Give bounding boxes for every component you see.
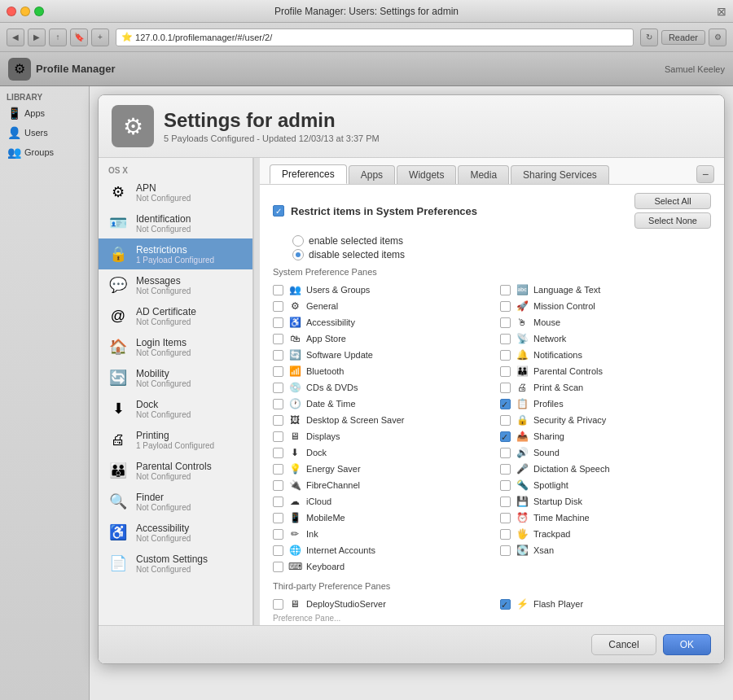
ink-checkbox[interactable] — [273, 529, 283, 540]
pref-mouse[interactable]: 🖱 Mouse — [500, 314, 711, 330]
pref-mobileme[interactable]: 📱 MobileMe — [273, 510, 484, 526]
security-privacy-checkbox[interactable] — [500, 415, 511, 426]
spotlight-checkbox[interactable] — [500, 480, 511, 491]
pref-trackpad[interactable]: 🖐 Trackpad — [500, 526, 711, 542]
nav-item-parental[interactable]: 👪 Parental Controls Not Configured — [99, 455, 252, 486]
time-machine-checkbox[interactable] — [500, 513, 511, 523]
resize-icon[interactable]: ⊠ — [717, 5, 726, 18]
pref-flash-player[interactable]: ✓ ⚡ Flash Player — [500, 596, 711, 612]
bluetooth-checkbox[interactable] — [273, 366, 283, 377]
nav-item-custom[interactable]: 📄 Custom Settings Not Configured — [99, 548, 252, 579]
pref-energy-saver[interactable]: 💡 Energy Saver — [273, 461, 484, 477]
parental-controls-checkbox[interactable] — [500, 366, 511, 377]
pref-software-update[interactable]: 🔄 Software Update — [273, 347, 484, 363]
pref-security-privacy[interactable]: 🔒 Security & Privacy — [500, 412, 711, 428]
dock-pane-checkbox[interactable] — [273, 448, 283, 458]
maximize-button[interactable] — [34, 7, 44, 16]
pref-deploystudio[interactable]: 🖥 DeployStudioServer — [273, 596, 484, 612]
mobileme-checkbox[interactable] — [273, 513, 283, 523]
deploystudio-checkbox[interactable] — [273, 599, 283, 610]
radio-enable[interactable]: enable selected items — [292, 235, 711, 247]
displays-checkbox[interactable] — [273, 431, 283, 442]
nav-item-restrictions[interactable]: 🔒 Restrictions 1 Payload Configured — [99, 238, 252, 269]
tab-apps[interactable]: Apps — [349, 165, 395, 184]
nav-item-mobility[interactable]: 🔄 Mobility Not Configured — [99, 362, 252, 393]
sidebar-item-apps[interactable]: 📱 Apps — [0, 103, 89, 123]
url-bar[interactable]: ⭐ 127.0.0.1/profilemanager/#/user/2/ — [116, 28, 634, 46]
pref-network[interactable]: 📡 Network — [500, 330, 711, 347]
left-nav-scrollbar[interactable] — [253, 158, 260, 625]
pref-parental-controls[interactable]: 👪 Parental Controls — [500, 363, 711, 379]
pref-dock[interactable]: ⬇ Dock — [273, 444, 484, 461]
pref-app-store[interactable]: 🛍 App Store — [273, 330, 484, 347]
trackpad-checkbox[interactable] — [500, 529, 511, 540]
pref-language-text[interactable]: 🔤 Language & Text — [500, 282, 711, 298]
tab-preferences[interactable]: Preferences — [270, 164, 347, 184]
cancel-button[interactable]: Cancel — [591, 634, 656, 655]
forward-button[interactable]: ▶ — [28, 28, 46, 46]
pref-desktop-ss[interactable]: 🖼 Desktop & Screen Saver — [273, 412, 484, 428]
tab-media[interactable]: Media — [458, 165, 509, 184]
minus-button[interactable]: − — [696, 165, 714, 183]
pref-displays[interactable]: 🖥 Displays — [273, 428, 484, 444]
pref-sharing[interactable]: ✓ 📤 Sharing — [500, 428, 711, 444]
nav-item-login[interactable]: 🏠 Login Items Not Configured — [99, 331, 252, 362]
sidebar-item-groups[interactable]: 👥 Groups — [0, 142, 89, 162]
profiles-checkbox[interactable]: ✓ — [500, 399, 511, 409]
nav-item-dock[interactable]: ⬇ Dock Not Configured — [99, 393, 252, 424]
pref-print-scan[interactable]: 🖨 Print & Scan — [500, 379, 711, 396]
software-update-checkbox[interactable] — [273, 350, 283, 361]
network-checkbox[interactable] — [500, 334, 511, 344]
pref-users-groups[interactable]: 👥 Users & Groups — [273, 282, 484, 298]
pref-fibrechannel[interactable]: 🔌 FibreChannel — [273, 477, 484, 493]
desktop-ss-checkbox[interactable] — [273, 415, 283, 426]
nav-item-printing[interactable]: 🖨 Printing 1 Payload Configured — [99, 424, 252, 455]
flash-player-checkbox[interactable]: ✓ — [500, 599, 511, 610]
pref-internet-accounts[interactable]: 🌐 Internet Accounts — [273, 542, 484, 558]
date-time-checkbox[interactable] — [273, 399, 283, 409]
fibrechannel-checkbox[interactable] — [273, 480, 283, 491]
share-button[interactable]: ↑ — [49, 28, 67, 46]
users-groups-checkbox[interactable] — [273, 285, 283, 295]
settings-button[interactable]: ⚙ — [709, 28, 726, 46]
icloud-checkbox[interactable] — [273, 497, 283, 507]
close-button[interactable] — [7, 7, 16, 16]
pref-time-machine[interactable]: ⏰ Time Machine — [500, 510, 711, 526]
pref-profiles[interactable]: ✓ 📋 Profiles — [500, 396, 711, 412]
xsan-checkbox[interactable] — [500, 545, 511, 556]
cds-dvds-checkbox[interactable] — [273, 383, 283, 393]
pref-date-time[interactable]: 🕐 Date & Time — [273, 396, 484, 412]
notifications-checkbox[interactable] — [500, 350, 511, 361]
select-none-button[interactable]: Select None — [634, 212, 711, 229]
ok-button[interactable]: OK — [663, 634, 711, 655]
app-store-checkbox[interactable] — [273, 334, 283, 344]
enable-radio[interactable] — [292, 235, 304, 247]
nav-item-accessibility[interactable]: ♿ Accessibility Not Configured — [99, 517, 252, 548]
general-checkbox[interactable] — [273, 301, 283, 312]
accessibility-checkbox[interactable] — [273, 317, 283, 328]
disable-radio[interactable] — [292, 249, 304, 260]
pref-mission-control[interactable]: 🚀 Mission Control — [500, 298, 711, 314]
tab-sharing-services[interactable]: Sharing Services — [511, 165, 609, 184]
dictation-speech-checkbox[interactable] — [500, 464, 511, 475]
keyboard-checkbox[interactable] — [273, 562, 283, 572]
pref-spotlight[interactable]: 🔦 Spotlight — [500, 477, 711, 493]
nav-item-apn[interactable]: ⚙ APN Not Configured — [99, 177, 252, 208]
energy-saver-checkbox[interactable] — [273, 464, 283, 475]
pref-startup-disk[interactable]: 💾 Startup Disk — [500, 493, 711, 510]
pref-bluetooth[interactable]: 📶 Bluetooth — [273, 363, 484, 379]
pref-keyboard[interactable]: ⌨ Keyboard — [273, 558, 484, 575]
internet-accounts-checkbox[interactable] — [273, 545, 283, 556]
nav-item-finder[interactable]: 🔍 Finder Not Configured — [99, 486, 252, 517]
add-tab-button[interactable]: + — [91, 28, 109, 46]
pref-general[interactable]: ⚙ General — [273, 298, 484, 314]
minimize-button[interactable] — [20, 7, 30, 16]
startup-disk-checkbox[interactable] — [500, 497, 511, 507]
mouse-checkbox[interactable] — [500, 317, 511, 328]
bookmark-button[interactable]: 🔖 — [70, 28, 88, 46]
nav-item-identification[interactable]: 🪪 Identification Not Configured — [99, 208, 252, 238]
reader-button[interactable]: Reader — [661, 30, 705, 45]
select-all-button[interactable]: Select All — [634, 193, 711, 209]
pref-cds-dvds[interactable]: 💿 CDs & DVDs — [273, 379, 484, 396]
pref-accessibility[interactable]: ♿ Accessibility — [273, 314, 484, 330]
